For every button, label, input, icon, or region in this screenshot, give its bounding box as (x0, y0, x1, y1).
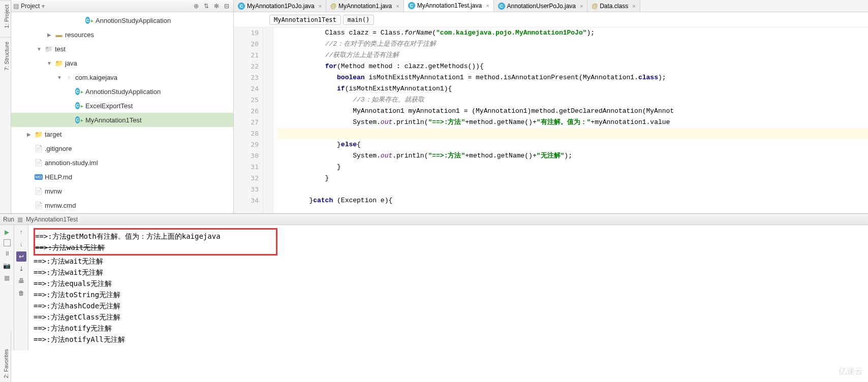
tree-item[interactable]: ▼📁java (11, 56, 233, 70)
code-line[interactable]: System.out.println("==>:方法"+method.getNa… (277, 117, 868, 128)
stop-icon[interactable] (4, 239, 11, 246)
dump-icon[interactable]: 📷 (2, 261, 12, 271)
editor-tab[interactable]: @Data.class× (587, 0, 640, 12)
clear-icon[interactable]: 🗑 (16, 288, 26, 298)
tree-arrow-icon[interactable] (25, 187, 33, 195)
run-toolbar-right: ↑ ↓ ↩ ⤓ 🖶 🗑 (14, 225, 28, 351)
editor-tab[interactable]: CMyAnnotation1Test.java× (404, 0, 494, 12)
structure-tool-button[interactable]: 7: Structure (0, 37, 11, 75)
tree-arrow-icon[interactable]: ▶ (46, 31, 53, 38)
tree-item[interactable]: ▶📁target (11, 127, 233, 141)
tree-label: java (65, 59, 77, 67)
breadcrumb-class[interactable]: MyAnnotation1Test (269, 15, 341, 25)
run-config-name: MyAnnotation1Test (26, 216, 78, 223)
project-header: ▤ Project ▾ ⊕ ⇅ ✻ ⊟ (11, 0, 233, 12)
scroll-icon[interactable]: ⤓ (16, 264, 26, 274)
tree-arrow-icon[interactable] (66, 102, 73, 109)
tree-item[interactable]: ▶▬resources (11, 27, 233, 42)
run-header: Run ▦ MyAnnotation1Test (0, 214, 868, 225)
editor-tab[interactable]: @MyAnnotation1.java× (326, 0, 404, 12)
tree-arrow-icon[interactable] (25, 202, 33, 209)
tree-item[interactable]: ▼▫com.kaigejava (11, 70, 233, 84)
tree-arrow-icon[interactable] (25, 145, 33, 152)
project-panel: ▤ Project ▾ ⊕ ⇅ ✻ ⊟ C▸AnnotionStudyAppli… (11, 0, 234, 213)
editor-tab[interactable]: CMyAnnotation1PoJo.java× (234, 0, 326, 12)
close-icon[interactable]: × (632, 3, 635, 9)
code-line[interactable]: } (277, 162, 868, 173)
tree-item[interactable]: 📄annotion-study.iml (11, 155, 233, 170)
project-tree[interactable]: C▸AnnotionStudyApplication▶▬resources▼📁t… (11, 12, 233, 213)
favorites-tool-button[interactable]: 2: Favorites (0, 345, 11, 351)
tree-label: annotion-study.iml (45, 159, 98, 167)
code-line[interactable]: }else{ (277, 139, 868, 150)
tree-item[interactable]: 📄mvnw.cmd (11, 198, 233, 212)
close-icon[interactable]: × (486, 3, 489, 9)
code-line[interactable]: //获取方法上是否有注解 (277, 50, 868, 61)
up-icon[interactable]: ↑ (16, 227, 26, 237)
tree-arrow-icon[interactable] (25, 173, 33, 180)
tree-item[interactable]: C▸AnnotionStudyApplication (11, 13, 233, 27)
tree-arrow-icon[interactable]: ▼ (36, 45, 43, 52)
rerun-icon[interactable]: ▶ (2, 227, 12, 237)
tree-arrow-icon[interactable]: ▶ (25, 131, 33, 138)
tree-arrow-icon[interactable] (76, 17, 83, 24)
editor-tab[interactable]: CAnnotationUserPoJo.java× (494, 0, 588, 12)
code-line[interactable]: if(isMothExistMyAnnotation1){ (277, 83, 868, 94)
folder-target-icon: 📁 (35, 130, 43, 138)
breadcrumb-method[interactable]: main() (343, 15, 374, 25)
down-icon[interactable]: ↓ (16, 239, 26, 249)
tree-label: MyAnnotation1Test (85, 116, 142, 124)
code-line[interactable]: //3：如果存在。就获取 (277, 94, 868, 106)
soft-wrap-icon[interactable]: ↩ (16, 251, 26, 262)
highlighted-output: ==>:方法getMoth有注解。值为：方法上面的kaigejava==>:方法… (34, 228, 277, 256)
tree-arrow-icon[interactable] (66, 88, 73, 95)
code-line[interactable]: Class clazz = Class.forName("com.kaigeja… (277, 27, 868, 39)
class-icon: C (238, 3, 245, 10)
tab-label: Data.class (600, 3, 628, 10)
line-gutter: 19202122232425262728293031323334 (234, 27, 263, 213)
folder-test-icon: 📁 (55, 59, 63, 67)
code-line[interactable]: }catch (Exception e){ (277, 195, 868, 206)
pause-icon[interactable]: ⏸ (2, 248, 12, 259)
class-icon: C▸ (85, 16, 94, 24)
locate-icon[interactable]: ⊕ (192, 2, 201, 11)
code-editor[interactable]: Class clazz = Class.forName("com.kaigeja… (273, 27, 868, 213)
settings-icon[interactable]: ✻ (212, 2, 221, 11)
run-output[interactable]: ==>:方法getMoth有注解。值为：方法上面的kaigejava==>:方法… (28, 225, 868, 351)
tree-label: mvnw (45, 187, 62, 195)
code-line[interactable]: } (277, 173, 868, 184)
print-icon[interactable]: 🖶 (16, 276, 26, 286)
code-line[interactable]: //2：在对于的类上是否存在对于注解 (277, 39, 868, 50)
tree-arrow-icon[interactable]: ▼ (46, 59, 53, 67)
tree-arrow-icon[interactable]: ▼ (56, 74, 63, 81)
project-title: Project (21, 3, 40, 10)
output-line: ==>:方法getMoth有注解。值为：方法上面的kaigejava (35, 231, 270, 242)
close-icon[interactable]: × (580, 3, 583, 9)
tree-item[interactable]: 📄mvnw (11, 184, 233, 198)
layout-icon[interactable]: ▦ (2, 273, 12, 283)
tree-item[interactable]: ▼📁test (11, 42, 233, 56)
tree-label: AnnotionStudyApplication (85, 88, 161, 96)
tree-item[interactable]: MDHELP.md (11, 170, 233, 184)
expand-icon[interactable]: ⇅ (202, 2, 211, 11)
hide-icon[interactable]: ⊟ (222, 2, 231, 11)
tree-item[interactable]: 📄.gitignore (11, 141, 233, 155)
md-icon: MD (35, 173, 43, 181)
close-icon[interactable]: × (319, 3, 322, 9)
tab-label: MyAnnotation1PoJo.java (247, 3, 315, 10)
tree-item[interactable]: C▸ExcelExportTest (11, 99, 233, 113)
code-line[interactable]: System.out.println("==>:方法"+method.getNa… (277, 150, 868, 162)
code-line[interactable] (277, 184, 868, 195)
code-line[interactable] (277, 128, 868, 139)
tree-item[interactable]: C▸AnnotionStudyApplication (11, 84, 233, 99)
close-icon[interactable]: × (396, 3, 399, 9)
code-line[interactable]: for(Method method : clazz.getMethods()){ (277, 61, 868, 72)
code-line[interactable]: MyAnnotation1 myAnnotation1 = (MyAnnotat… (277, 106, 868, 117)
tree-arrow-icon[interactable] (66, 116, 73, 123)
folder-icon: 📁 (45, 45, 53, 53)
code-line[interactable]: boolean isMothExistMyAnnotation1 = metho… (277, 72, 868, 83)
run-label: Run (3, 216, 14, 223)
tree-item[interactable]: C▸MyAnnotation1Test (11, 113, 233, 127)
tree-arrow-icon[interactable] (25, 159, 33, 166)
project-tool-button[interactable]: 1: Project (0, 0, 11, 32)
